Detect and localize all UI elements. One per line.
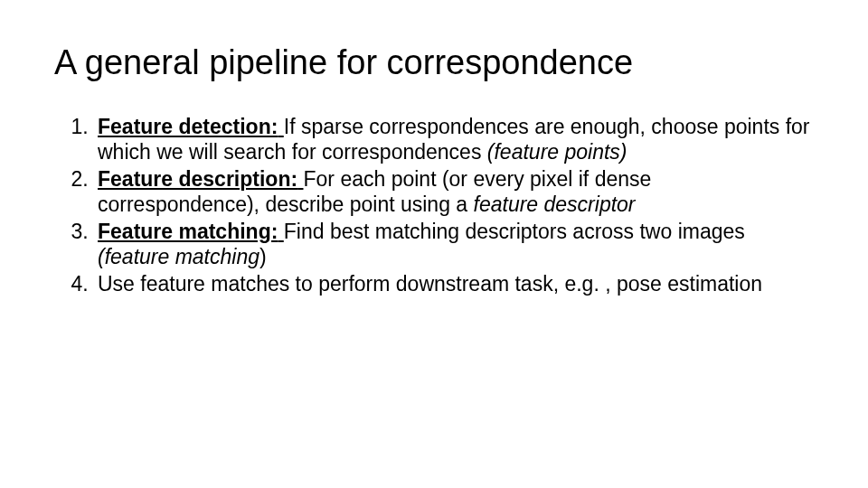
- item-lead: Feature description:: [98, 167, 304, 191]
- slide-title: A general pipeline for correspondence: [54, 43, 814, 83]
- item-lead: Feature detection:: [98, 115, 284, 138]
- item-body: Use feature matches to perform downstrea…: [98, 272, 762, 296]
- item-ital: (feature points): [487, 140, 627, 164]
- item-body-b: ): [259, 245, 267, 268]
- pipeline-list: Feature detection:If sparse corresponden…: [54, 114, 814, 296]
- list-item: Use feature matches to perform downstrea…: [94, 271, 814, 296]
- list-item: Feature detection:If sparse corresponden…: [94, 114, 814, 164]
- slide: A general pipeline for correspondence Fe…: [0, 0, 868, 488]
- item-lead: Feature matching:: [98, 220, 284, 243]
- item-ital: feature descriptor: [474, 192, 636, 216]
- list-item: Feature matching:Find best matching desc…: [94, 219, 814, 269]
- item-body: Find best matching descriptors across tw…: [284, 220, 745, 243]
- item-ital: (feature matching: [98, 245, 259, 268]
- list-item: Feature description:For each point (or e…: [94, 166, 814, 217]
